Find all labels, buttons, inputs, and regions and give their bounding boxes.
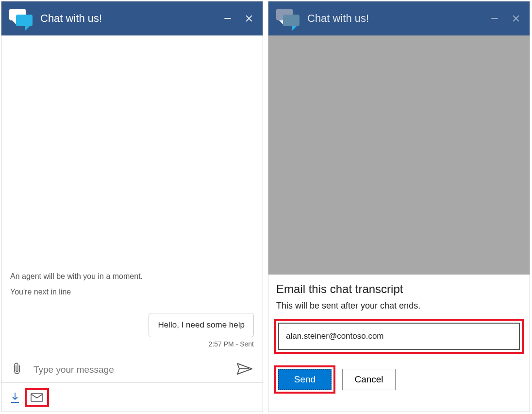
header-actions bbox=[489, 13, 522, 24]
chat-window-left: Chat with us! An agent will be with you … bbox=[1, 1, 263, 412]
email-transcript-button[interactable] bbox=[31, 393, 43, 402]
paperclip-icon bbox=[11, 362, 23, 376]
chat-title: Chat with us! bbox=[307, 12, 489, 25]
email-input-highlight bbox=[274, 319, 524, 354]
header-actions bbox=[222, 13, 255, 24]
chat-logo-icon bbox=[9, 9, 33, 28]
send-icon bbox=[236, 362, 253, 375]
composer bbox=[1, 353, 263, 382]
chat-window-right: Chat with us! An agent will be with you … bbox=[268, 1, 530, 412]
system-message: You're next in line bbox=[10, 288, 254, 296]
system-message: An agent will be with you in a moment. bbox=[10, 272, 254, 281]
email-input[interactable] bbox=[278, 323, 520, 350]
close-button[interactable] bbox=[510, 13, 522, 24]
send-button[interactable]: Send bbox=[278, 369, 332, 390]
email-sheet-subtitle: This will be sent after your chat ends. bbox=[276, 301, 525, 311]
email-sheet-buttons: Send Cancel bbox=[273, 365, 525, 394]
outgoing-message: Hello, I need some help bbox=[149, 313, 254, 337]
svg-rect-3 bbox=[31, 394, 43, 401]
attach-button[interactable] bbox=[11, 362, 23, 378]
cancel-button[interactable]: Cancel bbox=[342, 369, 396, 390]
chat-body: An agent will be with you in a moment. Y… bbox=[1, 35, 263, 353]
close-button[interactable] bbox=[243, 13, 255, 24]
outgoing-message-meta: 2:57 PM - Sent bbox=[209, 340, 254, 348]
minimize-icon bbox=[223, 14, 233, 23]
close-icon bbox=[244, 14, 254, 23]
email-transcript-button-highlight bbox=[27, 390, 47, 405]
chat-header: Chat with us! bbox=[1, 1, 263, 35]
send-button[interactable] bbox=[236, 362, 253, 377]
download-icon bbox=[10, 392, 20, 403]
minimize-button[interactable] bbox=[222, 13, 233, 24]
chat-footer bbox=[1, 382, 263, 412]
mail-icon bbox=[31, 393, 43, 402]
minimize-icon bbox=[490, 14, 499, 23]
email-sheet-title: Email this chat transcript bbox=[276, 282, 525, 296]
email-transcript-sheet: Email this chat transcript This will be … bbox=[268, 275, 530, 412]
minimize-button[interactable] bbox=[489, 13, 500, 24]
chat-logo-icon bbox=[276, 9, 299, 28]
chat-title: Chat with us! bbox=[40, 12, 222, 25]
send-button-highlight: Send bbox=[274, 365, 335, 394]
download-transcript-button[interactable] bbox=[10, 392, 20, 403]
close-icon bbox=[511, 14, 521, 23]
message-input[interactable] bbox=[33, 364, 236, 376]
chat-header: Chat with us! bbox=[268, 1, 530, 35]
